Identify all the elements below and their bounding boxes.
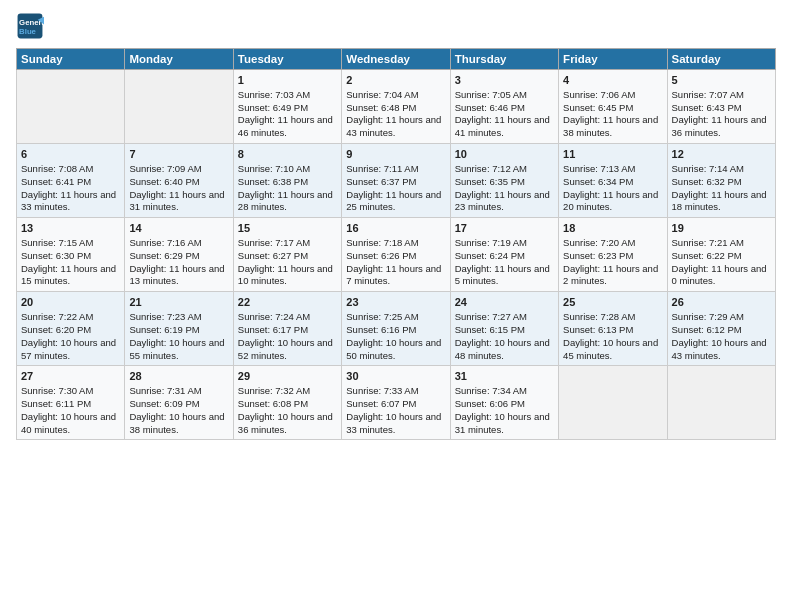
day-info: Sunrise: 7:18 AM [346,237,445,250]
day-info: Sunrise: 7:17 AM [238,237,337,250]
header-thursday: Thursday [450,49,558,70]
day-info: Sunset: 6:23 PM [563,250,662,263]
day-info: Sunset: 6:11 PM [21,398,120,411]
day-info: Daylight: 10 hours and 48 minutes. [455,337,554,363]
day-info: Sunset: 6:34 PM [563,176,662,189]
day-info: Daylight: 11 hours and 10 minutes. [238,263,337,289]
day-info: Sunrise: 7:11 AM [346,163,445,176]
day-info: Daylight: 11 hours and 23 minutes. [455,189,554,215]
calendar-cell: 8Sunrise: 7:10 AMSunset: 6:38 PMDaylight… [233,144,341,218]
day-info: Sunrise: 7:09 AM [129,163,228,176]
day-info: Daylight: 10 hours and 36 minutes. [238,411,337,437]
day-info: Daylight: 11 hours and 5 minutes. [455,263,554,289]
calendar-table: SundayMondayTuesdayWednesdayThursdayFrid… [16,48,776,440]
calendar-week-4: 20Sunrise: 7:22 AMSunset: 6:20 PMDayligh… [17,292,776,366]
calendar-cell: 7Sunrise: 7:09 AMSunset: 6:40 PMDaylight… [125,144,233,218]
day-info: Sunset: 6:32 PM [672,176,771,189]
logo: General Blue [16,12,46,40]
day-info: Sunset: 6:35 PM [455,176,554,189]
calendar-cell: 25Sunrise: 7:28 AMSunset: 6:13 PMDayligh… [559,292,667,366]
day-info: Sunset: 6:12 PM [672,324,771,337]
calendar-cell [125,70,233,144]
day-info: Sunset: 6:38 PM [238,176,337,189]
day-info: Daylight: 10 hours and 57 minutes. [21,337,120,363]
day-info: Sunset: 6:37 PM [346,176,445,189]
day-info: Sunset: 6:26 PM [346,250,445,263]
calendar-week-3: 13Sunrise: 7:15 AMSunset: 6:30 PMDayligh… [17,218,776,292]
day-info: Sunset: 6:29 PM [129,250,228,263]
calendar-cell [559,366,667,440]
day-info: Sunset: 6:16 PM [346,324,445,337]
day-info: Daylight: 10 hours and 55 minutes. [129,337,228,363]
day-info: Sunrise: 7:20 AM [563,237,662,250]
day-number: 27 [21,369,120,384]
day-info: Sunset: 6:22 PM [672,250,771,263]
day-number: 15 [238,221,337,236]
day-info: Sunrise: 7:04 AM [346,89,445,102]
calendar-cell: 28Sunrise: 7:31 AMSunset: 6:09 PMDayligh… [125,366,233,440]
header-tuesday: Tuesday [233,49,341,70]
day-number: 19 [672,221,771,236]
day-info: Sunrise: 7:22 AM [21,311,120,324]
day-info: Sunset: 6:07 PM [346,398,445,411]
day-number: 21 [129,295,228,310]
day-info: Daylight: 10 hours and 45 minutes. [563,337,662,363]
day-info: Sunset: 6:09 PM [129,398,228,411]
day-info: Sunset: 6:24 PM [455,250,554,263]
day-info: Sunrise: 7:06 AM [563,89,662,102]
day-number: 6 [21,147,120,162]
day-info: Daylight: 10 hours and 52 minutes. [238,337,337,363]
calendar-cell: 16Sunrise: 7:18 AMSunset: 6:26 PMDayligh… [342,218,450,292]
calendar-week-1: 1Sunrise: 7:03 AMSunset: 6:49 PMDaylight… [17,70,776,144]
calendar-cell: 14Sunrise: 7:16 AMSunset: 6:29 PMDayligh… [125,218,233,292]
day-info: Sunrise: 7:05 AM [455,89,554,102]
header-saturday: Saturday [667,49,775,70]
day-info: Daylight: 11 hours and 36 minutes. [672,114,771,140]
day-info: Sunset: 6:48 PM [346,102,445,115]
calendar-cell: 13Sunrise: 7:15 AMSunset: 6:30 PMDayligh… [17,218,125,292]
calendar-cell: 29Sunrise: 7:32 AMSunset: 6:08 PMDayligh… [233,366,341,440]
day-info: Sunrise: 7:24 AM [238,311,337,324]
header-monday: Monday [125,49,233,70]
day-number: 9 [346,147,445,162]
calendar-cell: 21Sunrise: 7:23 AMSunset: 6:19 PMDayligh… [125,292,233,366]
day-info: Sunset: 6:27 PM [238,250,337,263]
calendar-week-5: 27Sunrise: 7:30 AMSunset: 6:11 PMDayligh… [17,366,776,440]
day-number: 11 [563,147,662,162]
day-info: Daylight: 11 hours and 28 minutes. [238,189,337,215]
day-number: 8 [238,147,337,162]
day-number: 26 [672,295,771,310]
calendar-week-2: 6Sunrise: 7:08 AMSunset: 6:41 PMDaylight… [17,144,776,218]
day-number: 29 [238,369,337,384]
day-number: 22 [238,295,337,310]
day-number: 28 [129,369,228,384]
day-info: Daylight: 11 hours and 46 minutes. [238,114,337,140]
calendar-cell: 10Sunrise: 7:12 AMSunset: 6:35 PMDayligh… [450,144,558,218]
day-info: Daylight: 11 hours and 33 minutes. [21,189,120,215]
day-info: Daylight: 11 hours and 15 minutes. [21,263,120,289]
day-info: Sunset: 6:08 PM [238,398,337,411]
day-number: 25 [563,295,662,310]
day-number: 5 [672,73,771,88]
logo-icon: General Blue [16,12,44,40]
day-info: Daylight: 10 hours and 33 minutes. [346,411,445,437]
day-info: Sunrise: 7:13 AM [563,163,662,176]
day-number: 18 [563,221,662,236]
calendar-cell: 27Sunrise: 7:30 AMSunset: 6:11 PMDayligh… [17,366,125,440]
day-info: Sunset: 6:41 PM [21,176,120,189]
header-friday: Friday [559,49,667,70]
day-info: Sunrise: 7:25 AM [346,311,445,324]
day-info: Daylight: 10 hours and 38 minutes. [129,411,228,437]
day-info: Daylight: 11 hours and 2 minutes. [563,263,662,289]
day-info: Sunrise: 7:27 AM [455,311,554,324]
day-info: Daylight: 11 hours and 18 minutes. [672,189,771,215]
day-number: 7 [129,147,228,162]
calendar-cell: 2Sunrise: 7:04 AMSunset: 6:48 PMDaylight… [342,70,450,144]
calendar-cell: 19Sunrise: 7:21 AMSunset: 6:22 PMDayligh… [667,218,775,292]
day-info: Sunrise: 7:28 AM [563,311,662,324]
day-number: 10 [455,147,554,162]
svg-text:Blue: Blue [19,27,37,36]
day-info: Daylight: 10 hours and 40 minutes. [21,411,120,437]
day-info: Daylight: 11 hours and 43 minutes. [346,114,445,140]
day-info: Sunset: 6:49 PM [238,102,337,115]
